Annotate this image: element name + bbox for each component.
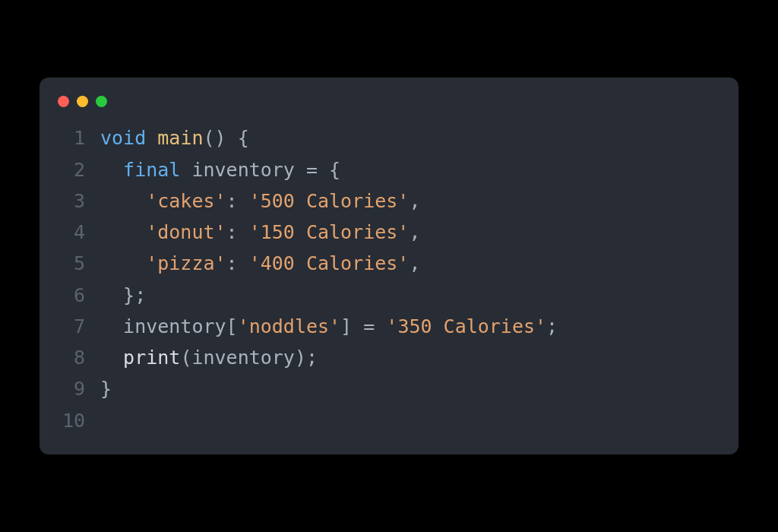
line-number: 6 xyxy=(58,280,85,311)
code-token: final xyxy=(123,159,180,181)
code-token: : xyxy=(226,221,249,243)
code-token: ); xyxy=(295,347,318,369)
code-token: '150 Calories' xyxy=(249,221,410,243)
maximize-icon[interactable] xyxy=(96,96,107,107)
close-icon[interactable] xyxy=(58,96,69,107)
code-token: 'cakes' xyxy=(146,190,226,212)
line-number: 8 xyxy=(58,342,85,373)
code-token: () { xyxy=(204,127,249,149)
code-line[interactable]: 5 'pizza': '400 Calories', xyxy=(40,248,738,279)
code-token: void xyxy=(100,127,146,149)
code-area[interactable]: 1void main() {2 final inventory = {3 'ca… xyxy=(40,122,738,436)
code-token: , xyxy=(409,221,420,243)
line-number: 10 xyxy=(58,405,85,436)
code-line[interactable]: 2 final inventory = { xyxy=(40,154,738,185)
line-content[interactable]: 'cakes': '500 Calories', xyxy=(100,185,420,217)
code-token: : xyxy=(226,190,249,212)
code-token: ; xyxy=(546,315,558,337)
code-token: '350 Calories' xyxy=(386,315,546,337)
line-number: 1 xyxy=(58,122,85,154)
code-line[interactable]: 8 print(inventory); xyxy=(40,342,738,373)
code-line[interactable]: 10 xyxy=(40,405,738,436)
line-content[interactable]: void main() { xyxy=(100,122,249,154)
line-content[interactable]: 'pizza': '400 Calories', xyxy=(100,248,420,279)
code-token: 'noddles' xyxy=(238,315,340,337)
code-line[interactable]: 9} xyxy=(40,373,738,404)
line-number: 5 xyxy=(58,248,85,279)
line-number: 2 xyxy=(58,154,85,185)
code-token: inventory xyxy=(123,315,226,337)
code-token xyxy=(100,347,123,369)
code-token: main xyxy=(157,127,203,149)
code-token: }; xyxy=(100,284,146,306)
line-number: 3 xyxy=(58,185,85,217)
code-line[interactable]: 4 'donut': '150 Calories', xyxy=(40,217,738,248)
code-token: , xyxy=(409,190,420,212)
code-editor-window: 1void main() {2 final inventory = {3 'ca… xyxy=(40,78,738,454)
code-token: '500 Calories' xyxy=(249,190,410,212)
code-line[interactable]: 7 inventory['noddles'] = '350 Calories'; xyxy=(40,311,738,342)
line-content[interactable]: }; xyxy=(100,280,146,311)
window-controls xyxy=(40,96,738,122)
code-token xyxy=(146,127,157,149)
code-token xyxy=(100,221,146,243)
code-token xyxy=(100,252,146,274)
code-token: inventory xyxy=(191,159,294,181)
line-content[interactable]: final inventory = { xyxy=(100,154,340,185)
code-token: print xyxy=(123,347,180,369)
code-token xyxy=(100,159,123,181)
code-token: = { xyxy=(295,159,340,181)
code-token: ( xyxy=(180,347,191,369)
code-token: ] = xyxy=(340,315,386,337)
code-token: , xyxy=(409,252,420,274)
code-token: 'donut' xyxy=(146,221,226,243)
code-token xyxy=(100,190,146,212)
code-token: 'pizza' xyxy=(146,252,226,274)
line-content[interactable]: inventory['noddles'] = '350 Calories'; xyxy=(100,311,558,342)
line-content[interactable]: } xyxy=(100,373,112,404)
code-line[interactable]: 3 'cakes': '500 Calories', xyxy=(40,185,738,217)
line-number: 9 xyxy=(58,373,85,404)
line-content[interactable]: 'donut': '150 Calories', xyxy=(100,217,420,248)
code-token: [ xyxy=(226,315,238,337)
code-token xyxy=(100,315,123,337)
code-token: inventory xyxy=(191,347,294,369)
code-line[interactable]: 1void main() { xyxy=(40,122,738,154)
line-content[interactable]: print(inventory); xyxy=(100,342,318,373)
code-token: : xyxy=(226,252,249,274)
minimize-icon[interactable] xyxy=(77,96,88,107)
code-token xyxy=(180,159,191,181)
code-line[interactable]: 6 }; xyxy=(40,280,738,311)
line-number: 4 xyxy=(58,217,85,248)
code-token: '400 Calories' xyxy=(249,252,410,274)
line-number: 7 xyxy=(58,311,85,342)
code-token: } xyxy=(100,378,112,400)
